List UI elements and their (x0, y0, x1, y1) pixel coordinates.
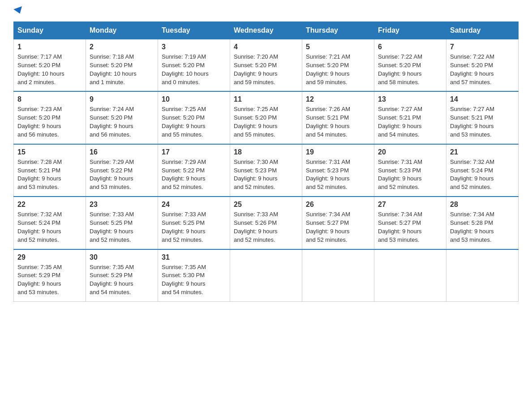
table-row: 30Sunrise: 7:35 AMSunset: 5:29 PMDayligh… (86, 249, 158, 302)
day-info: Sunrise: 7:27 AMSunset: 5:21 PMDaylight:… (450, 105, 515, 139)
day-number: 21 (450, 148, 515, 156)
table-row: 24Sunrise: 7:33 AMSunset: 5:25 PMDayligh… (158, 197, 230, 249)
day-info: Sunrise: 7:21 AMSunset: 5:20 PMDaylight:… (306, 53, 370, 86)
week-row-4: 22Sunrise: 7:32 AMSunset: 5:24 PMDayligh… (14, 197, 519, 249)
day-info: Sunrise: 7:22 AMSunset: 5:20 PMDaylight:… (378, 53, 442, 86)
col-header-thursday: Thursday (302, 22, 374, 39)
table-row: 13Sunrise: 7:27 AMSunset: 5:21 PMDayligh… (374, 91, 446, 144)
table-row (446, 249, 519, 302)
day-number: 18 (234, 148, 298, 156)
day-number: 13 (378, 95, 442, 103)
day-info: Sunrise: 7:33 AMSunset: 5:25 PMDaylight:… (90, 210, 154, 244)
day-number: 24 (162, 201, 226, 209)
day-number: 22 (17, 201, 82, 209)
day-number: 10 (162, 95, 226, 103)
day-info: Sunrise: 7:17 AMSunset: 5:20 PMDaylight:… (17, 53, 82, 86)
day-number: 17 (162, 148, 226, 156)
table-row: 8Sunrise: 7:23 AMSunset: 5:20 PMDaylight… (14, 91, 86, 144)
day-number: 25 (234, 201, 298, 209)
table-row: 28Sunrise: 7:34 AMSunset: 5:28 PMDayligh… (446, 197, 519, 249)
day-info: Sunrise: 7:33 AMSunset: 5:25 PMDaylight:… (162, 210, 226, 244)
day-number: 14 (450, 95, 515, 103)
day-number: 4 (234, 43, 298, 51)
col-header-monday: Monday (86, 22, 158, 39)
table-row: 20Sunrise: 7:31 AMSunset: 5:23 PMDayligh… (374, 144, 446, 197)
table-row (302, 249, 374, 302)
day-number: 5 (306, 43, 370, 51)
table-row: 5Sunrise: 7:21 AMSunset: 5:20 PMDaylight… (302, 39, 374, 92)
day-info: Sunrise: 7:35 AMSunset: 5:29 PMDaylight:… (90, 263, 154, 297)
table-row (230, 249, 302, 302)
table-row (374, 249, 446, 302)
col-header-wednesday: Wednesday (230, 22, 302, 39)
day-info: Sunrise: 7:25 AMSunset: 5:20 PMDaylight:… (162, 105, 226, 139)
day-number: 2 (90, 43, 154, 51)
header-row: SundayMondayTuesdayWednesdayThursdayFrid… (14, 22, 519, 39)
table-row: 3Sunrise: 7:19 AMSunset: 5:20 PMDaylight… (158, 39, 230, 92)
day-info: Sunrise: 7:31 AMSunset: 5:23 PMDaylight:… (378, 158, 442, 192)
col-header-saturday: Saturday (446, 22, 519, 39)
table-row: 11Sunrise: 7:25 AMSunset: 5:20 PMDayligh… (230, 91, 302, 144)
day-info: Sunrise: 7:28 AMSunset: 5:21 PMDaylight:… (17, 158, 82, 192)
col-header-sunday: Sunday (14, 22, 86, 39)
week-row-5: 29Sunrise: 7:35 AMSunset: 5:29 PMDayligh… (14, 249, 519, 302)
day-number: 20 (378, 148, 442, 156)
table-row: 18Sunrise: 7:30 AMSunset: 5:23 PMDayligh… (230, 144, 302, 197)
day-info: Sunrise: 7:34 AMSunset: 5:27 PMDaylight:… (378, 210, 442, 244)
day-number: 31 (162, 253, 226, 261)
header (13, 9, 519, 13)
day-info: Sunrise: 7:35 AMSunset: 5:30 PMDaylight:… (162, 263, 226, 297)
calendar-table: SundayMondayTuesdayWednesdayThursdayFrid… (13, 21, 519, 302)
day-number: 11 (234, 95, 298, 103)
table-row: 17Sunrise: 7:29 AMSunset: 5:22 PMDayligh… (158, 144, 230, 197)
day-info: Sunrise: 7:33 AMSunset: 5:26 PMDaylight:… (234, 210, 298, 244)
day-info: Sunrise: 7:32 AMSunset: 5:24 PMDaylight:… (450, 158, 515, 192)
day-number: 26 (306, 201, 370, 209)
day-number: 12 (306, 95, 370, 103)
table-row: 4Sunrise: 7:20 AMSunset: 5:20 PMDaylight… (230, 39, 302, 92)
day-info: Sunrise: 7:25 AMSunset: 5:20 PMDaylight:… (234, 105, 298, 139)
day-info: Sunrise: 7:35 AMSunset: 5:29 PMDaylight:… (17, 263, 82, 297)
day-info: Sunrise: 7:32 AMSunset: 5:24 PMDaylight:… (17, 210, 82, 244)
day-number: 29 (17, 253, 82, 261)
day-number: 1 (17, 43, 82, 51)
table-row: 15Sunrise: 7:28 AMSunset: 5:21 PMDayligh… (14, 144, 86, 197)
logo-triangle-icon (13, 6, 24, 15)
day-number: 6 (378, 43, 442, 51)
day-number: 27 (378, 201, 442, 209)
table-row: 10Sunrise: 7:25 AMSunset: 5:20 PMDayligh… (158, 91, 230, 144)
day-info: Sunrise: 7:23 AMSunset: 5:20 PMDaylight:… (17, 105, 82, 139)
table-row: 19Sunrise: 7:31 AMSunset: 5:23 PMDayligh… (302, 144, 374, 197)
day-info: Sunrise: 7:34 AMSunset: 5:27 PMDaylight:… (306, 210, 370, 244)
day-info: Sunrise: 7:29 AMSunset: 5:22 PMDaylight:… (162, 158, 226, 192)
table-row: 26Sunrise: 7:34 AMSunset: 5:27 PMDayligh… (302, 197, 374, 249)
table-row: 9Sunrise: 7:24 AMSunset: 5:20 PMDaylight… (86, 91, 158, 144)
col-header-friday: Friday (374, 22, 446, 39)
table-row: 2Sunrise: 7:18 AMSunset: 5:20 PMDaylight… (86, 39, 158, 92)
logo (13, 9, 23, 13)
table-row: 27Sunrise: 7:34 AMSunset: 5:27 PMDayligh… (374, 197, 446, 249)
page: SundayMondayTuesdayWednesdayThursdayFrid… (0, 0, 532, 311)
day-info: Sunrise: 7:27 AMSunset: 5:21 PMDaylight:… (378, 105, 442, 139)
week-row-3: 15Sunrise: 7:28 AMSunset: 5:21 PMDayligh… (14, 144, 519, 197)
table-row: 7Sunrise: 7:22 AMSunset: 5:20 PMDaylight… (446, 39, 519, 92)
day-info: Sunrise: 7:26 AMSunset: 5:21 PMDaylight:… (306, 105, 370, 139)
col-header-tuesday: Tuesday (158, 22, 230, 39)
day-info: Sunrise: 7:22 AMSunset: 5:20 PMDaylight:… (450, 53, 515, 86)
table-row: 29Sunrise: 7:35 AMSunset: 5:29 PMDayligh… (14, 249, 86, 302)
day-number: 30 (90, 253, 154, 261)
day-number: 19 (306, 148, 370, 156)
day-info: Sunrise: 7:34 AMSunset: 5:28 PMDaylight:… (450, 210, 515, 244)
table-row: 31Sunrise: 7:35 AMSunset: 5:30 PMDayligh… (158, 249, 230, 302)
day-info: Sunrise: 7:24 AMSunset: 5:20 PMDaylight:… (90, 105, 154, 139)
day-info: Sunrise: 7:20 AMSunset: 5:20 PMDaylight:… (234, 53, 298, 86)
table-row: 12Sunrise: 7:26 AMSunset: 5:21 PMDayligh… (302, 91, 374, 144)
table-row: 6Sunrise: 7:22 AMSunset: 5:20 PMDaylight… (374, 39, 446, 92)
day-info: Sunrise: 7:31 AMSunset: 5:23 PMDaylight:… (306, 158, 370, 192)
day-number: 15 (17, 148, 82, 156)
day-info: Sunrise: 7:30 AMSunset: 5:23 PMDaylight:… (234, 158, 298, 192)
day-number: 3 (162, 43, 226, 51)
week-row-1: 1Sunrise: 7:17 AMSunset: 5:20 PMDaylight… (14, 39, 519, 92)
day-info: Sunrise: 7:19 AMSunset: 5:20 PMDaylight:… (162, 53, 226, 86)
table-row: 14Sunrise: 7:27 AMSunset: 5:21 PMDayligh… (446, 91, 519, 144)
